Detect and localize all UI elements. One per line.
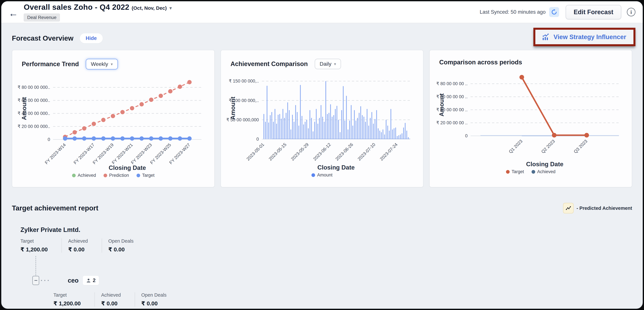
svg-text:0: 0 <box>256 137 259 142</box>
forecast-cards: Performance Trend Weekly ▾ ₹ 80 00 00 00… <box>12 50 632 187</box>
info-icon[interactable]: i <box>627 8 636 16</box>
legend-item: Target <box>136 173 154 178</box>
svg-text:2023-07-24: 2023-07-24 <box>379 142 398 162</box>
achievement-comparison-period-select[interactable]: Daily ▾ <box>315 59 341 69</box>
svg-text:Q1 2023: Q1 2023 <box>508 139 523 154</box>
achievement-comparison-legend: Amount <box>221 172 423 178</box>
performance-trend-legend: AchievedPredictionTarget <box>12 173 214 178</box>
org-name: Zylker Private Lmtd. <box>20 226 632 233</box>
chevron-down-icon[interactable]: ▾ <box>169 5 172 11</box>
legend-dot <box>506 170 510 174</box>
svg-text:Amount: Amount <box>21 97 28 120</box>
legend-item: Target <box>506 169 524 174</box>
ceo-stats-row: Target ₹ 1,200.00 Achieved ₹ 0.00 Open D… <box>54 292 632 307</box>
title-block: Overall sales Zoho - Q4 2022 (Oct, Nov, … <box>24 3 172 22</box>
strategy-chart-icon <box>542 33 550 41</box>
ceo-name: ceo <box>68 277 78 284</box>
svg-text:2023-06-26: 2023-06-26 <box>334 142 354 162</box>
svg-text:₹ 80 00 00 000..: ₹ 80 00 00 000.. <box>18 85 50 90</box>
svg-text:2023-05-15: 2023-05-15 <box>268 142 288 162</box>
org-stat-open-deals: Open Deals ₹ 0.00 <box>102 238 148 253</box>
view-strategy-influencer-label: View Strategy Influencer <box>554 34 626 41</box>
tree-connector <box>36 256 36 275</box>
forecast-overview-title: Forecast Overview <box>12 34 74 42</box>
svg-text:FY 2023-W14: FY 2023-W14 <box>44 142 67 165</box>
svg-text:Q2 2023: Q2 2023 <box>540 139 556 154</box>
tree-dots: ··· <box>40 277 50 284</box>
report-header: Target achievement report - Predicted Ac… <box>12 203 632 213</box>
svg-text:Amount: Amount <box>438 93 445 117</box>
report-title: Target achievement report <box>12 204 98 212</box>
svg-text:2023-05-01: 2023-05-01 <box>246 142 265 162</box>
svg-text:2023-06-12: 2023-06-12 <box>312 142 332 162</box>
legend-dot <box>532 170 535 174</box>
svg-text:₹ 20 00 00 000..: ₹ 20 00 00 000.. <box>18 124 50 129</box>
ceo-stat-target: Target ₹ 1,200.00 <box>54 292 94 307</box>
performance-trend-card: Performance Trend Weekly ▾ ₹ 80 00 00 00… <box>12 50 215 187</box>
svg-text:Closing Date: Closing Date <box>109 164 146 171</box>
comparison-across-periods-card: Comparison across periods ₹ 80 00 00 00 … <box>429 50 632 187</box>
svg-text:2023-05-29: 2023-05-29 <box>290 142 310 162</box>
predicted-achievement-icon <box>563 203 574 213</box>
legend-dot <box>104 174 107 177</box>
svg-text:₹ 20 00 00 00 ..: ₹ 20 00 00 00 .. <box>436 120 468 125</box>
legend-item: Amount <box>312 172 332 178</box>
person-icon <box>86 278 91 283</box>
chevron-down-icon: ▾ <box>334 62 336 66</box>
svg-text:₹ 150 00 000,..: ₹ 150 00 000,.. <box>229 79 259 84</box>
deal-revenue-chip: Deal Revenue <box>24 14 60 22</box>
legend-item: Achieved <box>72 173 96 178</box>
svg-text:₹ 80 00 00 00 ..: ₹ 80 00 00 00 .. <box>436 81 468 86</box>
svg-text:0: 0 <box>465 133 468 138</box>
org-stats-row: Target ₹ 1,200.00 Achieved ₹ 0.00 Open D… <box>20 238 632 253</box>
page-title: Overall sales Zoho - Q4 2022 <box>24 3 129 12</box>
header-actions: Last Synced: 50 minutes ago Edit Forecas… <box>480 5 636 19</box>
performance-trend-period-select[interactable]: Weekly ▾ <box>86 59 118 70</box>
comparison-across-periods-legend: TargetAchieved <box>430 169 632 174</box>
ceo-stat-achieved: Achieved ₹ 0.00 <box>94 292 134 307</box>
minus-icon <box>34 280 37 281</box>
back-arrow-icon[interactable]: ← <box>8 9 18 18</box>
achievement-comparison-chart: ₹ 150 00 000,..₹ 100 00 000,..₹ 50 00 00… <box>226 70 418 172</box>
app-window: ← Overall sales Zoho - Q4 2022 (Oct, Nov… <box>1 1 643 309</box>
svg-text:Closing Date: Closing Date <box>526 161 564 168</box>
hide-button[interactable]: Hide <box>80 33 103 43</box>
legend-dot <box>312 173 315 177</box>
comparison-across-periods-chart: ₹ 80 00 00 00 ..₹ 60 00 00 00 ..₹ 40 00 … <box>435 67 626 169</box>
ceo-user-count-badge[interactable]: 2 <box>83 276 99 285</box>
refresh-icon <box>551 9 557 15</box>
svg-text:Closing Date: Closing Date <box>318 164 355 171</box>
svg-text:Amount: Amount <box>230 97 236 120</box>
header-bar: ← Overall sales Zoho - Q4 2022 (Oct, Nov… <box>1 1 643 23</box>
period-select-value: Weekly <box>91 61 108 67</box>
edit-forecast-button[interactable]: Edit Forecast <box>566 5 621 19</box>
performance-trend-chart: ₹ 80 00 00 000..₹ 60 00 00 000..₹ 40 00 … <box>18 70 209 172</box>
report-tree: Zylker Private Lmtd. Target ₹ 1,200.00 A… <box>12 226 632 307</box>
ceo-stat-open-deals: Open Deals ₹ 0.00 <box>135 292 180 307</box>
org-stat-target: Target ₹ 1,200.00 <box>20 238 62 253</box>
org-stat-achieved: Achieved ₹ 0.00 <box>62 238 102 253</box>
content-area: Forecast Overview Hide View Strategy Inf… <box>1 23 643 307</box>
view-strategy-influencer-button[interactable]: View Strategy Influencer <box>533 28 636 46</box>
refresh-button[interactable] <box>549 7 559 17</box>
performance-trend-title: Performance Trend <box>22 61 79 68</box>
collapse-toggle[interactable] <box>32 276 39 285</box>
comparison-across-periods-title: Comparison across periods <box>439 59 522 66</box>
ceo-row: ··· ceo 2 <box>32 276 632 285</box>
chevron-down-icon: ▾ <box>111 62 113 67</box>
legend-dot <box>72 174 76 177</box>
achievement-comparison-card: Achievement Comparison Daily ▾ ₹ 150 00 … <box>220 50 424 187</box>
svg-text:0: 0 <box>48 137 50 142</box>
last-synced-text: Last Synced: 50 minutes ago <box>480 9 546 15</box>
achievement-comparison-title: Achievement Comparison <box>230 60 308 68</box>
legend-dot <box>136 174 140 177</box>
legend-item: Prediction <box>104 173 129 178</box>
predicted-achievement-legend: - Predicted Achievement <box>563 203 632 213</box>
svg-text:2023-07-10: 2023-07-10 <box>356 142 376 162</box>
period-select-value: Daily <box>320 61 332 67</box>
page-title-months: (Oct, Nov, Dec) <box>132 5 167 11</box>
legend-item: Achieved <box>532 169 556 174</box>
svg-text:Q3 2023: Q3 2023 <box>573 139 588 154</box>
predicted-achievement-label: - Predicted Achievement <box>576 205 632 211</box>
